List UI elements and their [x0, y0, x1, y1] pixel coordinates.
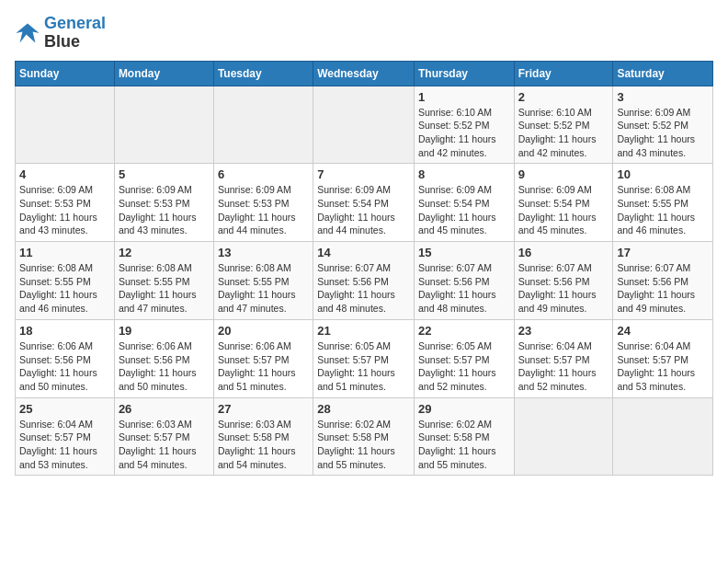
- cell-info: Sunrise: 6:10 AM Sunset: 5:52 PM Dayligh…: [418, 106, 510, 160]
- cell-info: Sunrise: 6:08 AM Sunset: 5:55 PM Dayligh…: [617, 183, 709, 237]
- cell-date: 8: [418, 167, 510, 181]
- calendar-cell: 4Sunrise: 6:09 AM Sunset: 5:53 PM Daylig…: [16, 164, 115, 242]
- cell-info: Sunrise: 6:04 AM Sunset: 5:57 PM Dayligh…: [19, 418, 110, 472]
- cell-info: Sunrise: 6:07 AM Sunset: 5:56 PM Dayligh…: [418, 261, 510, 316]
- cell-info: Sunrise: 6:09 AM Sunset: 5:54 PM Dayligh…: [518, 183, 609, 237]
- calendar-cell: [16, 86, 115, 164]
- calendar-cell: 7Sunrise: 6:09 AM Sunset: 5:54 PM Daylig…: [313, 164, 415, 242]
- calendar-cell: 2Sunrise: 6:10 AM Sunset: 5:52 PM Daylig…: [514, 86, 613, 164]
- calendar-cell: 27Sunrise: 6:03 AM Sunset: 5:58 PM Dayli…: [213, 397, 313, 476]
- cell-info: Sunrise: 6:02 AM Sunset: 5:58 PM Dayligh…: [418, 418, 510, 472]
- cell-info: Sunrise: 6:06 AM Sunset: 5:57 PM Dayligh…: [218, 339, 309, 394]
- cell-info: Sunrise: 6:07 AM Sunset: 5:56 PM Dayligh…: [518, 261, 609, 316]
- week-row-3: 11Sunrise: 6:08 AM Sunset: 5:55 PM Dayli…: [16, 242, 713, 320]
- cell-info: Sunrise: 6:09 AM Sunset: 5:53 PM Dayligh…: [119, 183, 210, 237]
- calendar-cell: 10Sunrise: 6:08 AM Sunset: 5:55 PM Dayli…: [613, 164, 713, 242]
- cell-info: Sunrise: 6:08 AM Sunset: 5:55 PM Dayligh…: [119, 261, 210, 316]
- calendar-cell: 21Sunrise: 6:05 AM Sunset: 5:57 PM Dayli…: [313, 319, 415, 397]
- svg-marker-0: [16, 23, 39, 42]
- cell-date: 26: [119, 402, 210, 416]
- cell-info: Sunrise: 6:09 AM Sunset: 5:54 PM Dayligh…: [418, 183, 510, 237]
- cell-date: 19: [119, 324, 210, 338]
- calendar-cell: 23Sunrise: 6:04 AM Sunset: 5:57 PM Dayli…: [514, 319, 613, 397]
- calendar-cell: 13Sunrise: 6:08 AM Sunset: 5:55 PM Dayli…: [213, 242, 313, 320]
- cell-date: 11: [19, 246, 110, 259]
- cell-date: 10: [617, 167, 709, 181]
- calendar-cell: [613, 397, 713, 476]
- week-row-5: 25Sunrise: 6:04 AM Sunset: 5:57 PM Dayli…: [16, 397, 713, 476]
- cell-info: Sunrise: 6:04 AM Sunset: 5:57 PM Dayligh…: [617, 339, 709, 394]
- cell-date: 28: [317, 402, 410, 416]
- calendar-cell: 5Sunrise: 6:09 AM Sunset: 5:53 PM Daylig…: [114, 164, 213, 242]
- column-header-tuesday: Tuesday: [213, 61, 313, 86]
- column-header-friday: Friday: [514, 61, 613, 86]
- cell-info: Sunrise: 6:07 AM Sunset: 5:56 PM Dayligh…: [617, 261, 709, 316]
- page-header: GeneralBlue: [15, 15, 713, 52]
- cell-info: Sunrise: 6:09 AM Sunset: 5:54 PM Dayligh…: [317, 183, 410, 237]
- cell-date: 6: [218, 167, 309, 181]
- column-header-wednesday: Wednesday: [313, 61, 415, 86]
- cell-info: Sunrise: 6:06 AM Sunset: 5:56 PM Dayligh…: [119, 339, 210, 394]
- calendar-cell: 26Sunrise: 6:03 AM Sunset: 5:57 PM Dayli…: [114, 397, 213, 476]
- calendar-cell: 22Sunrise: 6:05 AM Sunset: 5:57 PM Dayli…: [414, 319, 514, 397]
- cell-date: 21: [317, 324, 410, 338]
- calendar-cell: 11Sunrise: 6:08 AM Sunset: 5:55 PM Dayli…: [16, 242, 115, 320]
- cell-date: 13: [218, 246, 309, 259]
- calendar-cell: 1Sunrise: 6:10 AM Sunset: 5:52 PM Daylig…: [414, 86, 514, 164]
- calendar-cell: [213, 86, 313, 164]
- cell-info: Sunrise: 6:03 AM Sunset: 5:57 PM Dayligh…: [119, 418, 210, 472]
- calendar-cell: 15Sunrise: 6:07 AM Sunset: 5:56 PM Dayli…: [414, 242, 514, 320]
- cell-date: 17: [617, 246, 709, 259]
- cell-date: 18: [19, 324, 110, 338]
- calendar-cell: 8Sunrise: 6:09 AM Sunset: 5:54 PM Daylig…: [414, 164, 514, 242]
- logo: GeneralBlue: [15, 15, 106, 52]
- week-row-4: 18Sunrise: 6:06 AM Sunset: 5:56 PM Dayli…: [16, 319, 713, 397]
- calendar-cell: [114, 86, 213, 164]
- cell-date: 1: [418, 90, 510, 104]
- logo-icon: [15, 20, 40, 46]
- cell-date: 7: [317, 167, 410, 181]
- cell-info: Sunrise: 6:09 AM Sunset: 5:53 PM Dayligh…: [19, 183, 110, 237]
- cell-info: Sunrise: 6:03 AM Sunset: 5:58 PM Dayligh…: [218, 418, 309, 472]
- cell-info: Sunrise: 6:10 AM Sunset: 5:52 PM Dayligh…: [518, 106, 609, 160]
- cell-info: Sunrise: 6:08 AM Sunset: 5:55 PM Dayligh…: [218, 261, 309, 316]
- cell-info: Sunrise: 6:04 AM Sunset: 5:57 PM Dayligh…: [518, 339, 609, 394]
- cell-date: 20: [218, 324, 309, 338]
- column-header-monday: Monday: [114, 61, 213, 86]
- calendar-cell: 3Sunrise: 6:09 AM Sunset: 5:52 PM Daylig…: [613, 86, 713, 164]
- cell-info: Sunrise: 6:07 AM Sunset: 5:56 PM Dayligh…: [317, 261, 410, 316]
- column-header-saturday: Saturday: [613, 61, 713, 86]
- cell-info: Sunrise: 6:05 AM Sunset: 5:57 PM Dayligh…: [418, 339, 510, 394]
- cell-date: 16: [518, 246, 609, 259]
- calendar-cell: 24Sunrise: 6:04 AM Sunset: 5:57 PM Dayli…: [613, 319, 713, 397]
- cell-info: Sunrise: 6:09 AM Sunset: 5:53 PM Dayligh…: [218, 183, 309, 237]
- cell-info: Sunrise: 6:05 AM Sunset: 5:57 PM Dayligh…: [317, 339, 410, 394]
- calendar-cell: 12Sunrise: 6:08 AM Sunset: 5:55 PM Dayli…: [114, 242, 213, 320]
- calendar-cell: 18Sunrise: 6:06 AM Sunset: 5:56 PM Dayli…: [16, 319, 115, 397]
- cell-date: 4: [19, 167, 110, 181]
- calendar-cell: 16Sunrise: 6:07 AM Sunset: 5:56 PM Dayli…: [514, 242, 613, 320]
- column-header-thursday: Thursday: [414, 61, 514, 86]
- calendar-cell: 25Sunrise: 6:04 AM Sunset: 5:57 PM Dayli…: [16, 397, 115, 476]
- calendar-cell: 6Sunrise: 6:09 AM Sunset: 5:53 PM Daylig…: [213, 164, 313, 242]
- calendar-cell: [514, 397, 613, 476]
- cell-date: 5: [119, 167, 210, 181]
- calendar-cell: 19Sunrise: 6:06 AM Sunset: 5:56 PM Dayli…: [114, 319, 213, 397]
- calendar-cell: 17Sunrise: 6:07 AM Sunset: 5:56 PM Dayli…: [613, 242, 713, 320]
- cell-info: Sunrise: 6:06 AM Sunset: 5:56 PM Dayligh…: [19, 339, 110, 394]
- logo-text: GeneralBlue: [44, 15, 106, 52]
- calendar-cell: 9Sunrise: 6:09 AM Sunset: 5:54 PM Daylig…: [514, 164, 613, 242]
- cell-date: 2: [518, 90, 609, 104]
- calendar-table: SundayMondayTuesdayWednesdayThursdayFrid…: [15, 61, 713, 477]
- calendar-cell: 29Sunrise: 6:02 AM Sunset: 5:58 PM Dayli…: [414, 397, 514, 476]
- calendar-cell: [313, 86, 415, 164]
- cell-date: 24: [617, 324, 709, 338]
- calendar-cell: 20Sunrise: 6:06 AM Sunset: 5:57 PM Dayli…: [213, 319, 313, 397]
- week-row-2: 4Sunrise: 6:09 AM Sunset: 5:53 PM Daylig…: [16, 164, 713, 242]
- cell-date: 15: [418, 246, 510, 259]
- column-header-sunday: Sunday: [16, 61, 115, 86]
- week-row-1: 1Sunrise: 6:10 AM Sunset: 5:52 PM Daylig…: [16, 86, 713, 164]
- cell-date: 25: [19, 402, 110, 416]
- cell-info: Sunrise: 6:02 AM Sunset: 5:58 PM Dayligh…: [317, 418, 410, 472]
- cell-date: 29: [418, 402, 510, 416]
